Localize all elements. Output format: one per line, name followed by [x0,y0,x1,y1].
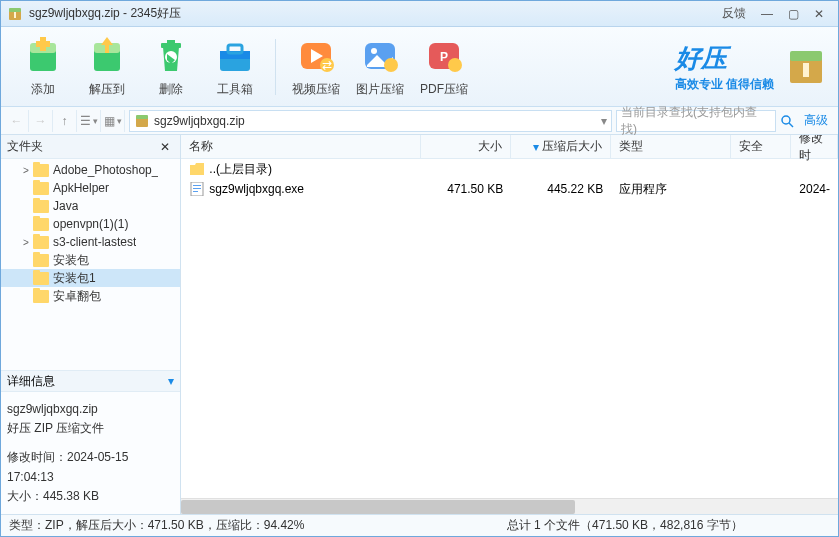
brand: 好压 高效专业 值得信赖 [675,41,828,93]
folder-icon [33,164,49,177]
search-icon[interactable] [776,110,798,132]
tool-label: 图片压缩 [356,81,404,98]
svg-text:⇄: ⇄ [322,58,332,72]
sidebar: 文件夹 ✕ >Adobe_Photoshop_ApkHelperJavaopen… [1,135,181,514]
sidebar-close-icon[interactable]: ✕ [160,140,174,154]
tool-label: 添加 [31,81,55,98]
tool-删除[interactable]: 删除 [139,31,203,102]
tree-node[interactable]: 安装包1 [1,269,180,287]
detail-collapse-icon[interactable]: ▾ [168,374,174,388]
path-text: sgz9wljqbxgq.zip [154,114,245,128]
col-mtime[interactable]: 修改时 [791,135,838,158]
detail-size: 大小：445.38 KB [7,487,174,506]
svg-rect-25 [790,51,822,61]
tool-icon: ⇄ [295,35,337,77]
expand-icon[interactable]: > [19,237,33,248]
feedback-link[interactable]: 反馈 [722,5,746,22]
file-icon [189,162,205,176]
sidebar-header: 文件夹 ✕ [1,135,180,159]
tool-icon [359,35,401,77]
view-list-button[interactable]: ☰▾ [77,110,101,132]
toolbar: 添加解压到删除工具箱 ⇄视频压缩图片压缩PPDF压缩 好压 高效专业 值得信赖 [1,27,838,107]
file-row[interactable]: sgz9wljqbxgq.exe471.50 KB445.22 KB应用程序20… [181,179,838,199]
detail-title: 详细信息 [7,373,55,390]
main: 文件夹 ✕ >Adobe_Photoshop_ApkHelperJavaopen… [1,135,838,514]
tool-视频压缩[interactable]: ⇄视频压缩 [284,31,348,102]
search-input[interactable]: 当前目录查找(支持包内查找) [616,110,776,132]
file-name: ..(上层目录) [209,161,272,178]
tool-label: 视频压缩 [292,81,340,98]
tool-工具箱[interactable]: 工具箱 [203,31,267,102]
folder-icon [33,182,49,195]
col-name[interactable]: 名称 [181,135,421,158]
path-bar[interactable]: sgz9wljqbxgq.zip ▾ [129,110,612,132]
col-size[interactable]: 大小 [421,135,511,158]
tree-label: Adobe_Photoshop_ [53,163,158,177]
maximize-button[interactable]: ▢ [780,4,806,24]
detail-name: sgz9wljqbxgq.zip [7,400,174,419]
file-list: 名称 大小 ▾ 压缩后大小 类型 安全 修改时 ..(上层目录)sgz9wljq… [181,135,838,514]
app-icon [7,6,23,22]
folder-icon [33,218,49,231]
folder-icon [33,236,49,249]
tree-node[interactable]: 安卓翻包 [1,287,180,305]
minimize-button[interactable]: — [754,4,780,24]
file-name: sgz9wljqbxgq.exe [209,182,304,196]
file-type: 应用程序 [611,181,731,198]
brand-slogan: 高效专业 值得信赖 [675,76,774,93]
tool-图片压缩[interactable]: 图片压缩 [348,31,412,102]
tree-node[interactable]: ApkHelper [1,179,180,197]
detail-mtime: 修改时间：2024-05-15 17:04:13 [7,448,174,486]
tree-label: s3-client-lastest [53,235,136,249]
advanced-search-link[interactable]: 高级 [798,112,834,129]
svg-rect-2 [14,12,16,18]
tool-label: 解压到 [89,81,125,98]
tool-icon [150,35,192,77]
svg-rect-6 [36,41,50,47]
svg-rect-34 [193,191,198,192]
folder-icon [33,290,49,303]
folder-icon [33,200,49,213]
expand-icon[interactable]: > [19,165,33,176]
horizontal-scrollbar[interactable] [181,498,838,514]
tree-node[interactable]: 安装包 [1,251,180,269]
close-button[interactable]: ✕ [806,4,832,24]
svg-rect-32 [193,185,201,186]
path-dropdown-icon[interactable]: ▾ [601,114,607,128]
tool-解压到[interactable]: 解压到 [75,31,139,102]
tool-label: 删除 [159,81,183,98]
tree-node[interactable]: Java [1,197,180,215]
svg-line-30 [789,123,793,127]
tree-label: 安装包 [53,252,89,269]
view-grid-button[interactable]: ▦▾ [101,110,125,132]
detail-panel: sgz9wljqbxgq.zip 好压 ZIP 压缩文件 修改时间：2024-0… [1,392,180,514]
col-csize[interactable]: ▾ 压缩后大小 [511,135,611,158]
svg-rect-26 [803,63,809,77]
folder-icon [33,272,49,285]
svg-rect-1 [9,8,21,12]
file-csize: 445.22 KB [511,182,611,196]
toolbar-separator [275,39,276,95]
up-button[interactable]: ↑ [53,110,77,132]
col-safe[interactable]: 安全 [731,135,791,158]
file-size: 471.50 KB [421,182,511,196]
tool-PDF压缩[interactable]: PPDF压缩 [412,31,476,102]
tree-node[interactable]: >s3-client-lastest [1,233,180,251]
tree-node[interactable]: openvpn(1)(1) [1,215,180,233]
tree-node[interactable]: >Adobe_Photoshop_ [1,161,180,179]
status-left: 类型：ZIP，解压后大小：471.50 KB，压缩比：94.42% [9,517,420,534]
file-row[interactable]: ..(上层目录) [181,159,838,179]
tool-icon: P [423,35,465,77]
forward-button[interactable]: → [29,110,53,132]
tool-添加[interactable]: 添加 [11,31,75,102]
tool-icon [22,35,64,77]
status-right: 总计 1 个文件（471.50 KB，482,816 字节） [420,517,831,534]
col-type[interactable]: 类型 [611,135,731,158]
back-button[interactable]: ← [5,110,29,132]
navbar: ← → ↑ ☰▾ ▦▾ sgz9wljqbxgq.zip ▾ 当前目录查找(支持… [1,107,838,135]
tree-label: ApkHelper [53,181,109,195]
detail-type: 好压 ZIP 压缩文件 [7,419,174,438]
tree-label: Java [53,199,78,213]
titlebar: sgz9wljqbxgq.zip - 2345好压 反馈 — ▢ ✕ [1,1,838,27]
svg-rect-28 [136,115,148,119]
